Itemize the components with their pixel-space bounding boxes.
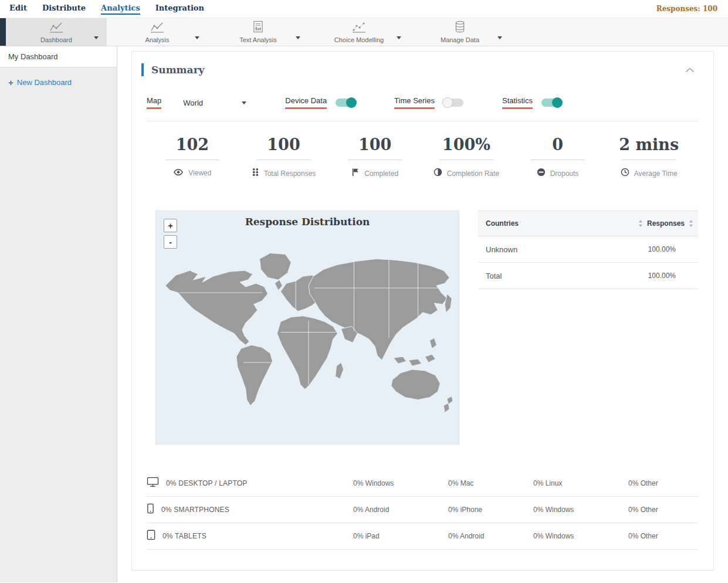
chevron-down-icon[interactable] [296, 31, 300, 42]
device-stat: 0% Windows [533, 532, 628, 540]
toolbar-item-manage-data[interactable]: Manage Data [409, 18, 510, 46]
zoom-in-button[interactable]: + [164, 219, 177, 232]
summary-accent-bar [141, 63, 144, 76]
database-icon [454, 21, 466, 35]
top-nav-links: Edit Distribute Analytics Integration [9, 4, 204, 15]
stat-value: 2 mins [603, 135, 695, 154]
toolbar-item-inner: Choice Modelling [334, 21, 384, 43]
device-stat: 0% Windows [533, 506, 628, 514]
collapse-chevron-up-icon[interactable] [683, 62, 697, 77]
stat-label: Viewed [188, 169, 211, 177]
country-row: Unknown 100.00% [478, 236, 698, 263]
stat-average-time: 2 mins Average Time [603, 135, 695, 179]
stat-value: 102 [147, 135, 238, 154]
stat-viewed: 102 Viewed [147, 135, 238, 179]
sort-icon[interactable] [689, 220, 693, 227]
device-stat: 0% Linux [533, 479, 628, 487]
nav-integration[interactable]: Integration [155, 4, 204, 15]
sort-icon[interactable] [638, 220, 643, 227]
device-stat: 0% Android [448, 532, 533, 540]
device-stat: 0% iPad [353, 532, 448, 540]
toolbar-item-choice-modelling[interactable]: Choice Modelling [309, 18, 409, 46]
stat-label-row: Average Time [603, 168, 695, 179]
text-analysis-icon [252, 21, 264, 35]
device-stat: 0% Windows [353, 479, 448, 487]
stat-label-row: Dropouts [512, 168, 604, 179]
stat-completion-rate: 100% Completion Rate [421, 135, 512, 179]
map-zoom-controls: + - [164, 219, 177, 249]
tablet-icon [147, 530, 155, 543]
responses-count: Responses: 100 [656, 5, 717, 13]
zoom-out-button[interactable]: - [164, 235, 177, 249]
toolbar-label: Manage Data [441, 36, 479, 43]
country-name: Unknown [486, 245, 517, 254]
top-navbar: Edit Distribute Analytics Integration Re… [0, 0, 728, 18]
device-stat: 0% Other [628, 532, 698, 540]
response-distribution-map: Response Distribution + - [155, 211, 459, 445]
stats-row: 102 Viewed 100 [147, 135, 695, 179]
stat-label: Completed [364, 170, 398, 178]
nav-distribute[interactable]: Distribute [42, 4, 86, 15]
country-row-total: Total 100.00% [478, 263, 698, 289]
smartphone-icon [147, 503, 154, 516]
device-data-control-group: Device Data [285, 96, 355, 109]
stat-completed: 100 Completed [329, 135, 421, 179]
half-circle-icon [434, 168, 442, 179]
device-stat: 0% Other [628, 506, 698, 514]
device-stat: 0% Other [628, 479, 698, 487]
stat-label: Total Responses [264, 170, 316, 178]
nav-analytics[interactable]: Analytics [101, 4, 140, 15]
world-map[interactable] [156, 211, 459, 444]
toolbar-item-inner: Dashboard [40, 21, 72, 43]
device-stat: 0% Android [353, 506, 448, 514]
device-data-toggle[interactable] [336, 99, 355, 107]
toolbar-item-text-analysis[interactable]: Text Analysis [208, 18, 309, 46]
toolbar-item-dashboard[interactable]: Dashboard [6, 18, 107, 46]
nav-edit[interactable]: Edit [9, 4, 27, 15]
toggle-knob [442, 97, 453, 108]
chevron-down-icon [242, 101, 246, 104]
stat-label: Average Time [634, 170, 678, 178]
statistics-toggle[interactable] [541, 99, 561, 107]
time-series-toggle[interactable] [443, 99, 463, 107]
toolbar-item-analysis[interactable]: Analysis [107, 18, 208, 46]
stat-value: 100% [421, 135, 512, 154]
stat-divider [622, 160, 676, 160]
summary-header: Summary [141, 62, 698, 77]
stat-label-row: Viewed [147, 168, 238, 178]
content-area: My Dashboard + New Dashboard Summary Ma [0, 46, 728, 582]
chevron-down-icon[interactable] [497, 31, 502, 42]
stat-divider [165, 160, 219, 160]
toolbar-label: Text Analysis [239, 36, 277, 43]
toolbar-item-inner: Text Analysis [239, 21, 277, 43]
map-region-select[interactable]: World [183, 99, 246, 107]
map-region-value: World [183, 99, 203, 107]
chevron-down-icon[interactable] [94, 31, 99, 42]
device-row-tablets: 0% TABLETS 0% iPad 0% Android 0% Windows… [147, 523, 698, 550]
chevron-down-icon[interactable] [397, 31, 401, 42]
dashboard-sidebar: My Dashboard + New Dashboard [0, 46, 117, 582]
responses-column-header[interactable]: Responses [647, 219, 685, 228]
countries-table: Countries Responses Unknown [478, 211, 698, 445]
responses-column-header-group: Responses [638, 219, 693, 228]
countries-table-header: Countries Responses [478, 211, 698, 236]
device-row-desktop: 0% DESKTOP / LAPTOP 0% Windows 0% Mac 0%… [147, 470, 698, 497]
sidebar-item-my-dashboard[interactable]: My Dashboard [0, 46, 117, 67]
map-title: Response Distribution [156, 216, 459, 228]
section-divider [147, 121, 698, 121]
eye-icon [173, 168, 184, 178]
chevron-down-icon[interactable] [195, 31, 199, 42]
new-dashboard-button[interactable]: + New Dashboard [8, 77, 109, 87]
main-panel: Summary Map World Device Data [117, 46, 728, 582]
choice-modelling-icon [352, 21, 366, 35]
stat-value: 0 [512, 135, 604, 154]
time-series-label: Time Series [394, 96, 435, 109]
grid-dots-icon [252, 168, 259, 179]
analysis-chart-icon [150, 21, 164, 35]
clock-icon [621, 168, 629, 179]
desktop-icon [147, 477, 159, 490]
map-section: Response Distribution + - [155, 211, 698, 445]
stat-divider [531, 160, 585, 160]
countries-column-header[interactable]: Countries [486, 219, 519, 228]
toolbar-label: Analysis [145, 36, 170, 43]
